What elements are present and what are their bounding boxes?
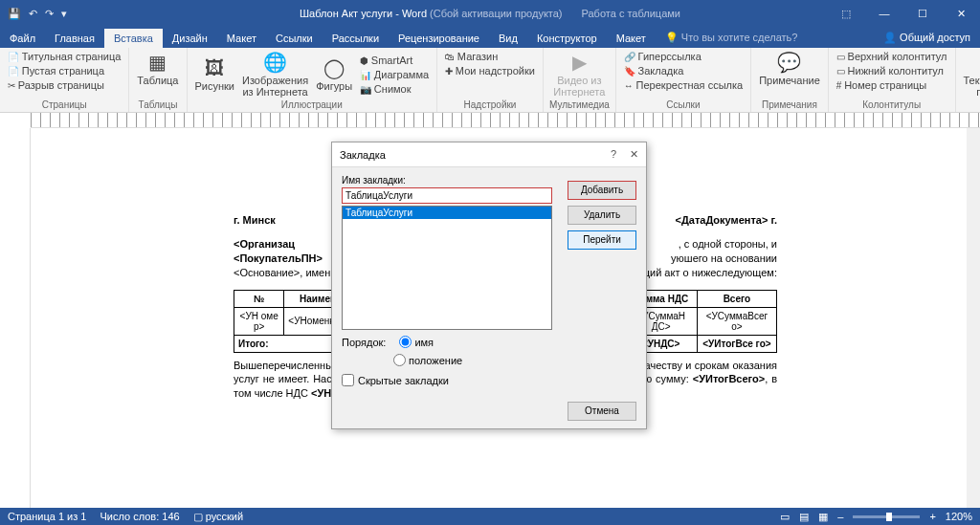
bookmark-button[interactable]: 🔖 Закладка [622,64,745,77]
cross-ref-button[interactable]: ↔ Перекрестная ссылка [622,78,745,92]
tell-me[interactable]: 💡 Что вы хотите сделать? [656,28,808,48]
radio-by-name[interactable]: имя [399,336,434,348]
footer-button[interactable]: ▭ Нижний колонтитул [835,64,949,77]
shapes-button[interactable]: ◯Фигуры [314,50,354,99]
redo-icon[interactable]: ↷ [45,8,54,20]
group-addins: 🛍 Магазин ✚ Мои надстройки Надстройки [437,48,544,112]
group-label: Таблицы [135,99,180,110]
group-links: 🔗 Гиперссылка 🔖 Закладка ↔ Перекрестная … [616,48,751,112]
tab-table-layout[interactable]: Макет [607,29,656,48]
doc-date: <ДатаДокумента> г. [676,214,777,226]
tab-home[interactable]: Главная [45,29,104,48]
tab-references[interactable]: Ссылки [266,29,323,48]
comment-icon: 💬 [777,52,801,73]
radio-by-position[interactable]: положение [393,354,462,366]
help-icon[interactable]: ? [611,148,616,161]
group-text: AТекстовое поле ▾▾▾ Текст [956,48,980,112]
blank-page-button[interactable]: 📄 Пустая страница [6,64,122,77]
group-label: Мультимедиа [549,99,610,110]
ribbon-display-icon[interactable]: ⬚ [827,0,865,27]
group-media: ▶Видео из Интернета Мультимедиа [544,48,616,112]
undo-icon[interactable]: ↶ [29,8,37,20]
zoom-slider[interactable] [853,515,920,518]
online-video-button: ▶Видео из Интернета [549,50,610,99]
group-label: Страницы [6,99,122,110]
pictures-icon: 🖼 [205,57,224,78]
titlebar: 💾 ↶ ↷ ▾ Шаблон Акт услуги - Word (Сбой а… [0,0,980,27]
zoom-in-button[interactable]: + [929,511,935,522]
screenshot-button[interactable]: 📷 Снимок [358,82,431,96]
ribbon: 📄 Титульная страница 📄 Пустая страница ✂… [0,48,980,113]
group-label: Иллюстрации [193,99,432,110]
comment-button[interactable]: 💬Примечание [757,50,822,88]
tab-table-design[interactable]: Конструктор [527,29,607,48]
minimize-icon[interactable]: — [865,0,903,27]
chart-button[interactable]: 📊 Диаграмма [358,68,431,81]
shapes-icon: ◯ [323,57,345,78]
status-language[interactable]: ▢ русский [193,511,244,523]
online-pictures-button[interactable]: 🌐Изображения из Интернета [240,50,310,99]
window-controls: ⬚ — ☐ ✕ [827,0,980,27]
smartart-button[interactable]: ⬢ SmartArt [358,54,431,67]
tab-design[interactable]: Дизайн [163,29,217,48]
maximize-icon[interactable]: ☐ [903,0,942,27]
cancel-button[interactable]: Отмена [568,402,636,421]
sort-order: Порядок: имя [342,336,636,348]
bookmark-list[interactable]: ТаблицаУслуги [342,206,552,330]
online-pictures-icon: 🌐 [263,52,287,73]
group-label: Надстройки [443,99,537,110]
group-pages: 📄 Титульная страница 📄 Пустая страница ✂… [0,48,129,112]
tab-insert[interactable]: Вставка [104,29,163,48]
list-item[interactable]: ТаблицаУслуги [343,207,551,219]
group-label: Ссылки [622,99,745,110]
tab-review[interactable]: Рецензирование [389,29,489,48]
qat-more-icon[interactable]: ▾ [61,8,67,20]
add-button[interactable]: Добавить [568,181,636,200]
page-break-button[interactable]: ✂ Разрыв страницы [6,78,122,92]
close-icon[interactable]: ✕ [942,0,980,27]
group-illustrations: 🖼Рисунки 🌐Изображения из Интернета ◯Фигу… [188,48,438,112]
status-words[interactable]: Число слов: 146 [100,511,179,522]
save-icon[interactable]: 💾 [8,8,21,20]
horizontal-ruler[interactable] [31,113,980,128]
bookmark-dialog: Закладка ? ✕ Имя закладки: ТаблицаУслуги… [331,142,647,429]
tab-file[interactable]: Файл [0,29,45,48]
dialog-titlebar[interactable]: Закладка ? ✕ [332,142,646,167]
table-icon: ▦ [148,52,167,73]
hyperlink-button[interactable]: 🔗 Гиперссылка [622,50,745,63]
hidden-bookmarks-checkbox[interactable]: Скрытые закладки [342,374,636,386]
my-addins-button[interactable]: ✚ Мои надстройки [443,64,537,77]
header-button[interactable]: ▭ Верхний колонтитул [835,50,949,63]
tab-mailings[interactable]: Рассылки [323,29,389,48]
zoom-level[interactable]: 120% [946,511,972,522]
delete-button[interactable]: Удалить [568,206,636,225]
status-page[interactable]: Страница 1 из 1 [8,511,86,522]
table-button[interactable]: ▦Таблица [135,50,180,88]
goto-button[interactable]: Перейти [568,230,636,250]
group-tables: ▦Таблица Таблицы [129,48,187,112]
pictures-button[interactable]: 🖼Рисунки [193,50,237,99]
vertical-scrollbar[interactable] [967,128,980,508]
statusbar: Страница 1 из 1 Число слов: 146 ▢ русски… [0,508,980,525]
tab-view[interactable]: Вид [489,29,527,48]
group-label: Колонтитулы [835,99,949,110]
view-read-icon[interactable]: ▭ [780,511,790,523]
page-number-button[interactable]: # Номер страницы [835,78,949,92]
view-print-icon[interactable]: ▤ [799,511,809,523]
text-box-button[interactable]: AТекстовое поле [962,50,980,99]
zoom-out-button[interactable]: – [837,511,843,522]
store-button[interactable]: 🛍 Магазин [443,50,537,63]
cover-page-button[interactable]: 📄 Титульная страница [6,50,122,63]
video-icon: ▶ [572,52,587,73]
vertical-ruler[interactable] [0,128,31,508]
title-text: Шаблон Акт услуги - Word (Сбой активации… [300,8,680,19]
group-comments: 💬Примечание Примечания [751,48,829,112]
tab-layout[interactable]: Макет [217,29,266,48]
ribbon-tabs: Файл Главная Вставка Дизайн Макет Ссылки… [0,27,980,48]
doc-city: г. Минск [234,214,276,226]
group-label: Текст [962,99,980,110]
close-icon[interactable]: ✕ [630,148,638,161]
share-button[interactable]: 👤 Общий доступ [874,28,980,48]
view-web-icon[interactable]: ▦ [818,511,828,523]
bookmark-name-input[interactable] [342,187,552,204]
